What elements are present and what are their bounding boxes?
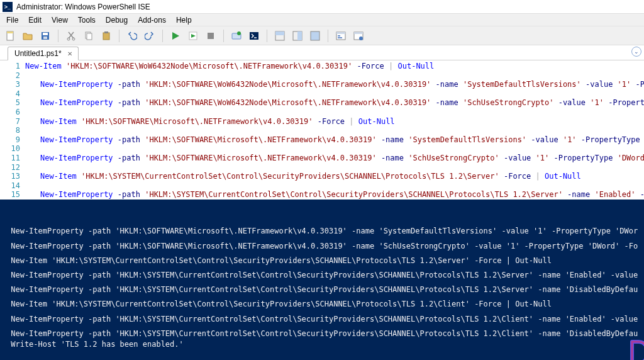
console-line: New-ItemProperty -path 'HKLM:\SOFTWARE\M… (6, 241, 638, 252)
code-line[interactable]: New-Item 'HKLM:\SOFTWARE\Microsoft\.NETF… (25, 117, 644, 127)
svg-rect-19 (297, 31, 302, 40)
console-line: New-Item 'HKLM:\SYSTEM\CurrentControlSet… (6, 256, 638, 266)
title-bar: >_ Administrator: Windows PowerShell ISE (0, 0, 644, 14)
svg-rect-9 (103, 33, 109, 40)
menu-help[interactable]: Help (171, 14, 197, 26)
script-tabstrip: Untitled1.ps1* ✕ ⌄ (0, 45, 644, 60)
tab-label: Untitled1.ps1* (14, 49, 62, 58)
run-script-icon[interactable] (169, 30, 182, 42)
run-selection-icon[interactable] (187, 30, 199, 42)
menu-view[interactable]: View (47, 14, 73, 26)
menu-bar: File Edit View Tools Debug Add-ons Help (0, 14, 644, 26)
script-editor[interactable]: 123456789101112131415161718 New-Item 'HK… (0, 60, 644, 200)
toolbar-sep (58, 30, 58, 42)
svg-rect-22 (336, 32, 345, 34)
paste-icon[interactable] (100, 30, 113, 42)
console-line: Write-Host 'TLS 1.2 has been enabled.' (6, 339, 638, 350)
code-line[interactable] (25, 108, 644, 117)
console-line: New-ItemProperty -path 'HKLM:\SYSTEM\Cur… (6, 329, 638, 339)
svg-rect-3 (43, 33, 48, 35)
tab-untitled1[interactable]: Untitled1.ps1* ✕ (8, 47, 79, 60)
app-icon: >_ (3, 2, 13, 12)
code-line[interactable]: New-ItemProperty -path 'HKLM:\SOFTWARE\M… (25, 154, 644, 163)
code-line[interactable]: New-ItemProperty -path 'HKLM:\SOFTWARE\M… (25, 135, 644, 145)
redo-icon[interactable] (143, 30, 156, 42)
undo-icon[interactable] (126, 30, 138, 42)
layout-script-max-icon[interactable] (309, 30, 321, 42)
menu-tools[interactable]: Tools (73, 14, 101, 26)
code-line[interactable] (25, 163, 644, 172)
toolbar-sep (328, 30, 328, 42)
menu-addons[interactable]: Add-ons (133, 14, 171, 26)
menu-debug[interactable]: Debug (101, 14, 133, 26)
svg-rect-26 (354, 32, 363, 34)
show-command-addon-icon[interactable] (335, 30, 347, 42)
code-line[interactable] (25, 144, 644, 154)
console-line: New-ItemProperty -path 'HKLM:\SYSTEM\Cur… (6, 270, 638, 281)
svg-point-27 (359, 37, 363, 40)
console-pane[interactable]: New-ItemProperty -path 'HKLM:\SOFTWARE\M… (0, 200, 644, 360)
code-line[interactable]: New-Item 'HKLM:\SOFTWARE\WoW6432Node\Mic… (25, 62, 644, 71)
code-line[interactable]: New-ItemProperty -path 'HKLM:\SOFTWARE\W… (25, 98, 644, 108)
collapse-script-pane-icon[interactable]: ⌄ (631, 47, 641, 57)
svg-rect-20 (311, 31, 319, 40)
console-line: New-ItemProperty -path 'HKLM:\SYSTEM\Cur… (6, 314, 638, 325)
code-line[interactable]: New-ItemProperty -path 'HKLM:\SYSTEM\Cur… (25, 190, 644, 200)
toolbar-sep (162, 30, 163, 42)
save-icon[interactable] (39, 30, 52, 42)
console-line: New-Item 'HKLM:\SYSTEM\CurrentControlSet… (6, 299, 638, 310)
menu-file[interactable]: File (1, 14, 23, 26)
code-area[interactable]: New-Item 'HKLM:\SOFTWARE\WoW6432Node\Mic… (25, 60, 644, 200)
code-line[interactable] (25, 181, 644, 191)
code-line[interactable]: New-ItemProperty -path 'HKLM:\SOFTWARE\W… (25, 80, 644, 89)
layout-script-right-icon[interactable] (291, 30, 304, 42)
menu-edit[interactable]: Edit (23, 14, 47, 26)
code-line[interactable] (25, 126, 644, 135)
layout-script-top-icon[interactable] (274, 30, 286, 42)
svg-rect-10 (104, 31, 108, 33)
cut-icon[interactable] (65, 30, 77, 42)
line-number-gutter: 123456789101112131415161718 (0, 60, 25, 200)
tab-close-icon[interactable]: ✕ (65, 49, 74, 58)
svg-rect-12 (208, 33, 214, 39)
open-file-icon[interactable] (21, 30, 34, 42)
svg-rect-8 (87, 33, 92, 40)
code-line[interactable] (25, 71, 644, 81)
svg-rect-1 (7, 31, 13, 33)
show-command-window-icon[interactable] (352, 30, 365, 42)
svg-rect-24 (338, 37, 342, 38)
console-line: New-ItemProperty -path 'HKLM:\SYSTEM\Cur… (6, 284, 638, 295)
window-title: Administrator: Windows PowerShell ISE (16, 3, 150, 11)
code-line[interactable]: New-Item 'HKLM:\SYSTEM\CurrentControlSet… (25, 172, 644, 181)
new-file-icon[interactable] (4, 30, 16, 42)
watermark-logo (610, 327, 639, 356)
svg-point-14 (237, 31, 241, 35)
svg-rect-4 (43, 37, 47, 39)
svg-rect-17 (275, 31, 284, 35)
toolbar-sep (119, 30, 119, 42)
new-remote-tab-icon[interactable] (230, 30, 243, 42)
toolbar-sep (267, 30, 267, 42)
code-line[interactable] (25, 89, 644, 99)
stop-icon[interactable] (204, 30, 217, 42)
toolbar-sep (223, 30, 224, 42)
copy-icon[interactable] (82, 30, 95, 42)
svg-rect-23 (338, 35, 340, 37)
start-powershell-icon[interactable] (248, 30, 260, 42)
toolbar (0, 26, 644, 45)
console-line: New-ItemProperty -path 'HKLM:\SOFTWARE\M… (6, 226, 638, 237)
